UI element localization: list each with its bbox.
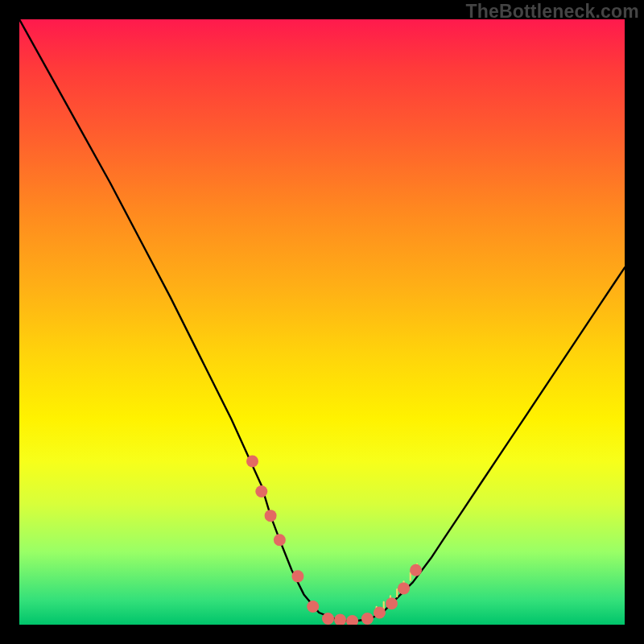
highlight-dot (386, 597, 398, 609)
chart-svg (19, 19, 625, 625)
highlight-dot (255, 485, 267, 497)
highlight-dot (374, 606, 386, 618)
highlight-dot (322, 613, 334, 625)
bottleneck-curve (19, 19, 625, 621)
highlight-dot (410, 564, 422, 576)
watermark-text: TheBottleneck.com (465, 1, 639, 23)
highlight-dot (334, 613, 346, 625)
highlight-dot (246, 455, 258, 467)
highlight-dot (361, 613, 374, 625)
highlight-dot (274, 534, 286, 546)
highlight-dot (307, 601, 319, 613)
chart-frame (19, 19, 625, 625)
highlight-dot (346, 615, 358, 625)
highlight-dot (291, 570, 303, 582)
highlight-dot (265, 510, 277, 522)
highlight-dot (398, 582, 410, 594)
